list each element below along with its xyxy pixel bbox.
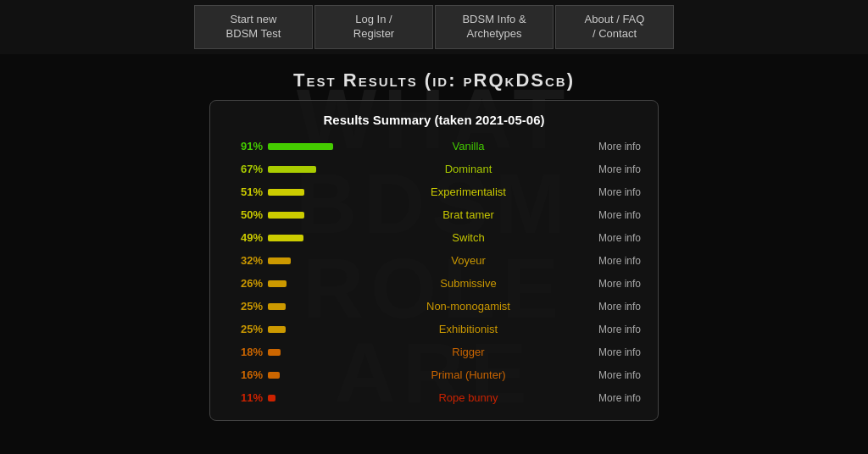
bdsm-info-button[interactable]: BDSM Info & Archetypes [435,5,554,49]
trait-label: Submissive [351,277,586,290]
trait-label: Rope bunny [351,391,586,404]
more-info-link[interactable]: More info [586,369,641,381]
trait-label: Experimentalist [351,185,586,198]
results-summary-title: Results Summary (taken 2021-05-06) [227,113,641,127]
result-row: 51% Experimentalist More info [227,183,641,202]
progress-bar [268,235,303,241]
result-row: 67% Dominant More info [227,160,641,179]
bar-container [268,235,344,241]
page-title: Test Results (id: pRQkDScb) [0,54,868,100]
progress-bar [268,372,280,379]
bar-container [268,349,344,356]
bar-container [268,166,344,173]
login-register-button[interactable]: Log In / Register [314,5,433,49]
result-row: 18% Rigger More info [227,343,641,362]
start-new-test-button[interactable]: Start new BDSM Test [194,5,313,49]
trait-label: Brat tamer [351,208,586,221]
trait-label: Dominant [351,163,586,175]
result-row: 11% Rope bunny More info [227,389,641,407]
more-info-link[interactable]: More info [586,163,641,175]
percent-label: 50% [227,208,263,221]
bar-container [268,395,344,401]
bar-container [268,326,344,333]
result-row: 91% Vanilla More info [227,137,641,156]
result-row: 16% Primal (Hunter) More info [227,366,641,385]
progress-bar [268,280,287,287]
result-row: 26% Submissive More info [227,274,641,293]
progress-bar [268,143,333,150]
result-row: 25% Non-monogamist More info [227,297,641,316]
bar-container [268,189,344,196]
percent-label: 16% [227,368,263,381]
trait-label: Voyeur [351,254,586,267]
result-row: 50% Brat tamer More info [227,206,641,224]
more-info-link[interactable]: More info [586,141,641,152]
more-info-link[interactable]: More info [586,301,641,313]
progress-bar [268,257,291,264]
percent-label: 51% [227,185,263,198]
progress-bar [268,303,286,310]
percent-label: 32% [227,254,263,267]
nav-bar: Start new BDSM Test Log In / Register BD… [0,0,868,54]
more-info-link[interactable]: More info [586,392,641,404]
percent-label: 26% [227,277,263,290]
trait-label: Exhibitionist [351,323,586,335]
trait-label: Rigger [351,346,586,358]
progress-bar [268,326,286,333]
result-row: 32% Voyeur More info [227,252,641,270]
progress-bar [268,166,316,173]
progress-bar [268,395,275,401]
more-info-link[interactable]: More info [586,186,641,198]
more-info-link[interactable]: More info [586,209,641,221]
more-info-link[interactable]: More info [586,324,641,335]
percent-label: 18% [227,346,263,358]
bar-container [268,143,344,150]
results-container: Results Summary (taken 2021-05-06) 91% V… [209,100,659,421]
result-row: 25% Exhibitionist More info [227,320,641,339]
progress-bar [268,212,304,219]
progress-bar [268,189,304,196]
trait-label: Vanilla [351,140,586,152]
percent-label: 49% [227,231,263,244]
percent-label: 67% [227,163,263,175]
more-info-link[interactable]: More info [586,346,641,358]
more-info-link[interactable]: More info [586,255,641,267]
percent-label: 11% [227,391,263,404]
percent-label: 25% [227,323,263,335]
more-info-link[interactable]: More info [586,278,641,290]
percent-label: 91% [227,140,263,152]
trait-label: Switch [351,231,586,244]
progress-bar [268,349,281,356]
bar-container [268,257,344,264]
trait-label: Non-monogamist [351,300,586,313]
bar-container [268,280,344,287]
percent-label: 25% [227,300,263,313]
more-info-link[interactable]: More info [586,232,641,244]
trait-label: Primal (Hunter) [351,368,586,381]
bar-container [268,372,344,379]
about-faq-button[interactable]: About / FAQ / Contact [555,5,674,49]
results-rows: 91% Vanilla More info 67% Dominant More … [227,137,641,407]
result-row: 49% Switch More info [227,229,641,247]
bar-container [268,303,344,310]
bar-container [268,212,344,219]
